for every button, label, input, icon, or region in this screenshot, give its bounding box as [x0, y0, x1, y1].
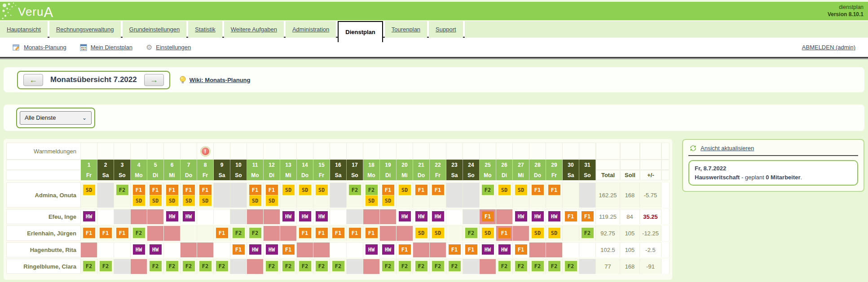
shift-cell-day-13[interactable]: HW: [280, 209, 297, 224]
shift-cell-day-6[interactable]: F2: [164, 259, 181, 274]
tab-rechnungsverwaltung[interactable]: Rechnungsverwaltung: [49, 21, 121, 38]
logout-link[interactable]: ABMELDEN (admin): [802, 44, 855, 51]
shift-cell-day-24[interactable]: F1: [463, 242, 480, 257]
shift-cell-day-26[interactable]: [496, 209, 513, 224]
shift-cell-day-10[interactable]: [230, 182, 247, 208]
shift-cell-day-19[interactable]: [380, 209, 397, 224]
shift-cell-day-27[interactable]: F2: [513, 259, 529, 274]
shift-cell-day-8[interactable]: [197, 226, 214, 241]
shift-cell-day-9[interactable]: [214, 209, 230, 224]
shift-cell-day-28[interactable]: F2: [529, 259, 546, 274]
shift-cell-day-26[interactable]: SD: [496, 182, 513, 208]
shift-cell-day-18[interactable]: HW: [363, 242, 380, 257]
shift-cell-day-17[interactable]: F2: [347, 182, 363, 208]
shift-cell-day-22[interactable]: F2: [430, 259, 446, 274]
shift-cell-day-26[interactable]: F1: [496, 226, 513, 241]
shift-cell-day-25[interactable]: F1: [480, 209, 496, 224]
shift-cell-day-30[interactable]: [563, 242, 579, 257]
shift-cell-day-11[interactable]: F2: [247, 226, 264, 241]
shift-cell-day-25[interactable]: [480, 259, 496, 274]
shift-cell-day-30[interactable]: [563, 226, 579, 241]
shift-cell-day-22[interactable]: F1: [430, 182, 446, 208]
shift-cell-day-30[interactable]: [563, 182, 579, 208]
tab-tourenplan[interactable]: Tourenplan: [385, 21, 427, 38]
shift-cell-day-27[interactable]: [513, 226, 529, 241]
tab-administration[interactable]: Administration: [286, 21, 336, 38]
shift-cell-day-23[interactable]: F2: [446, 259, 463, 274]
shift-cell-day-5[interactable]: HW: [147, 242, 164, 257]
shift-cell-day-28[interactable]: F1: [529, 182, 546, 208]
previous-month-button[interactable]: ←: [23, 74, 43, 86]
shift-cell-day-15[interactable]: F1: [313, 226, 330, 241]
shift-cell-day-23[interactable]: [446, 226, 463, 241]
shift-cell-day-20[interactable]: F2: [397, 259, 413, 274]
shift-cell-day-24[interactable]: F2: [463, 226, 480, 241]
shift-cell-day-15[interactable]: [313, 242, 330, 257]
shift-cell-day-24[interactable]: [463, 259, 480, 274]
shift-cell-day-25[interactable]: HW: [480, 242, 496, 257]
shift-cell-day-27[interactable]: SD: [513, 182, 529, 208]
shift-cell-day-19[interactable]: F2: [380, 259, 397, 274]
shift-cell-day-3[interactable]: [114, 259, 131, 274]
tab-hauptansicht[interactable]: Hauptansicht: [0, 21, 48, 38]
shift-cell-day-7[interactable]: [181, 242, 197, 257]
shift-cell-day-15[interactable]: HW: [313, 209, 330, 224]
shift-cell-day-24[interactable]: [463, 209, 480, 224]
shift-cell-day-29[interactable]: SD: [546, 226, 563, 241]
shift-cell-day-29[interactable]: F2: [546, 259, 563, 274]
shift-cell-day-12[interactable]: [264, 209, 280, 224]
shift-cell-day-31[interactable]: F2: [579, 226, 596, 241]
shift-cell-day-17[interactable]: [347, 209, 363, 224]
shift-cell-day-16[interactable]: [330, 182, 347, 208]
shift-cell-day-6[interactable]: [164, 242, 181, 257]
shift-cell-day-10[interactable]: [230, 209, 247, 224]
shift-cell-day-8[interactable]: [197, 242, 214, 257]
shift-cell-day-24[interactable]: [463, 182, 480, 208]
shift-cell-day-5[interactable]: F1SD: [147, 182, 164, 208]
shift-cell-day-18[interactable]: F1: [363, 226, 380, 241]
shift-cell-day-15[interactable]: SD: [313, 182, 330, 208]
shift-cell-day-30[interactable]: F2: [563, 259, 579, 274]
shift-cell-day-28[interactable]: [529, 242, 546, 257]
shift-cell-day-11[interactable]: F1SD: [247, 182, 264, 208]
shift-cell-day-19[interactable]: [380, 226, 397, 241]
shift-cell-day-3[interactable]: F2: [114, 182, 131, 208]
shift-cell-day-5[interactable]: [147, 226, 164, 241]
shift-cell-day-31[interactable]: [579, 259, 596, 274]
shift-cell-day-13[interactable]: SD: [280, 182, 297, 208]
shift-cell-day-2[interactable]: [97, 182, 114, 208]
shift-cell-day-10[interactable]: F2: [230, 226, 247, 241]
shift-cell-day-2[interactable]: F2: [97, 259, 114, 274]
shift-cell-day-13[interactable]: [280, 226, 297, 241]
shift-cell-day-31[interactable]: F1: [579, 209, 596, 224]
shift-cell-day-14[interactable]: HW: [297, 209, 313, 224]
shift-cell-day-14[interactable]: [297, 242, 313, 257]
shift-cell-day-21[interactable]: [413, 242, 430, 257]
shift-cell-day-7[interactable]: [181, 226, 197, 241]
shift-cell-day-11[interactable]: [247, 259, 264, 274]
shift-cell-day-1[interactable]: F2: [81, 259, 97, 274]
shift-cell-day-9[interactable]: F1: [214, 226, 230, 241]
shift-cell-day-4[interactable]: F2: [131, 226, 147, 241]
shift-cell-day-7[interactable]: F1SD: [181, 182, 197, 208]
shift-cell-day-11[interactable]: [247, 209, 264, 224]
shift-cell-day-21[interactable]: HW: [413, 209, 430, 224]
shift-cell-day-17[interactable]: [347, 259, 363, 274]
warning-icon[interactable]: !: [201, 147, 210, 156]
tab-dienstplan[interactable]: Dienstplan: [338, 21, 383, 42]
shift-cell-day-27[interactable]: HW: [513, 209, 529, 224]
shift-cell-day-2[interactable]: F1: [97, 226, 114, 241]
shift-cell-day-19[interactable]: F1SD: [380, 182, 397, 208]
shift-cell-day-14[interactable]: F2: [297, 259, 313, 274]
shift-cell-day-31[interactable]: [579, 242, 596, 257]
shift-cell-day-25[interactable]: F2: [480, 182, 496, 208]
shift-cell-day-29[interactable]: HW: [546, 209, 563, 224]
shift-cell-day-6[interactable]: [164, 226, 181, 241]
shift-cell-day-16[interactable]: F1: [330, 226, 347, 241]
einstellungen-link[interactable]: ⚙ Einstellungen: [146, 44, 191, 51]
shift-cell-day-28[interactable]: HW: [529, 209, 546, 224]
shift-cell-day-29[interactable]: [546, 242, 563, 257]
shift-cell-day-9[interactable]: F2: [214, 259, 230, 274]
shift-cell-day-4[interactable]: [131, 259, 147, 274]
shift-cell-day-16[interactable]: [330, 242, 347, 257]
